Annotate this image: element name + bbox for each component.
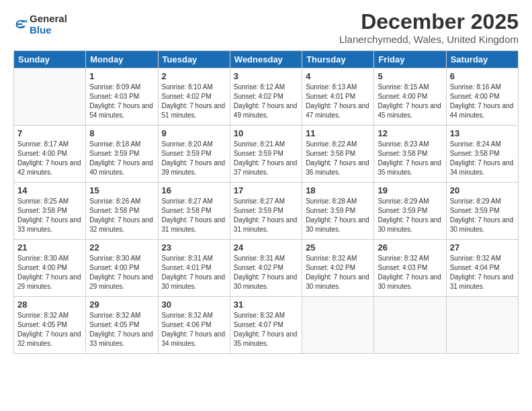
day-number: 8 <box>89 128 154 138</box>
day-info: Sunrise: 8:29 AMSunset: 3:59 PMDaylight:… <box>378 197 442 234</box>
day-info: Sunrise: 8:20 AMSunset: 3:59 PMDaylight:… <box>162 140 226 177</box>
calendar-day-cell: 16Sunrise: 8:27 AMSunset: 3:58 PMDayligh… <box>158 183 230 240</box>
calendar-day-cell: 2Sunrise: 8:10 AMSunset: 4:02 PMDaylight… <box>158 68 230 126</box>
day-info: Sunrise: 8:32 AMSunset: 4:02 PMDaylight:… <box>306 254 370 291</box>
calendar-day-cell: 3Sunrise: 8:12 AMSunset: 4:02 PMDaylight… <box>230 68 302 126</box>
weekday-header: Sunday <box>14 51 86 68</box>
day-info: Sunrise: 8:29 AMSunset: 3:59 PMDaylight:… <box>450 197 515 234</box>
day-info: Sunrise: 8:18 AMSunset: 3:59 PMDaylight:… <box>89 140 154 177</box>
calendar-body: 1Sunrise: 8:09 AMSunset: 4:03 PMDaylight… <box>14 68 519 354</box>
day-number: 24 <box>234 242 298 253</box>
day-info: Sunrise: 8:31 AMSunset: 4:02 PMDaylight:… <box>234 254 298 291</box>
day-number: 19 <box>378 185 442 195</box>
day-info: Sunrise: 8:32 AMSunset: 4:07 PMDaylight:… <box>234 311 298 349</box>
calendar-day-cell: 4Sunrise: 8:13 AMSunset: 4:01 PMDaylight… <box>302 68 374 126</box>
weekday-header: Saturday <box>446 51 518 68</box>
day-number: 23 <box>162 242 226 253</box>
day-number: 22 <box>89 242 154 253</box>
calendar-week-row: 1Sunrise: 8:09 AMSunset: 4:03 PMDaylight… <box>14 68 519 126</box>
day-info: Sunrise: 8:32 AMSunset: 4:05 PMDaylight:… <box>89 311 154 349</box>
calendar-day-cell: 24Sunrise: 8:31 AMSunset: 4:02 PMDayligh… <box>230 240 302 297</box>
day-info: Sunrise: 8:15 AMSunset: 4:00 PMDaylight:… <box>378 83 442 120</box>
calendar-day-cell <box>446 297 518 354</box>
calendar-day-cell: 29Sunrise: 8:32 AMSunset: 4:05 PMDayligh… <box>86 297 158 354</box>
day-info: Sunrise: 8:32 AMSunset: 4:06 PMDaylight:… <box>162 311 226 349</box>
day-info: Sunrise: 8:27 AMSunset: 3:58 PMDaylight:… <box>162 197 226 234</box>
day-info: Sunrise: 8:26 AMSunset: 3:58 PMDaylight:… <box>89 197 154 234</box>
location: Llanerchymedd, Wales, United Kingdom <box>339 34 519 45</box>
calendar-day-cell: 18Sunrise: 8:28 AMSunset: 3:59 PMDayligh… <box>302 183 374 240</box>
day-number: 7 <box>17 128 82 138</box>
calendar-day-cell <box>374 297 446 354</box>
day-info: Sunrise: 8:16 AMSunset: 4:00 PMDaylight:… <box>450 83 515 120</box>
day-info: Sunrise: 8:28 AMSunset: 3:59 PMDaylight:… <box>306 197 370 234</box>
day-number: 9 <box>162 128 226 138</box>
calendar-day-cell: 21Sunrise: 8:30 AMSunset: 4:00 PMDayligh… <box>14 240 86 297</box>
header: General Blue December 2025 Llanerchymedd… <box>13 10 519 45</box>
day-info: Sunrise: 8:30 AMSunset: 4:00 PMDaylight:… <box>17 254 82 291</box>
day-info: Sunrise: 8:30 AMSunset: 4:00 PMDaylight:… <box>89 254 154 291</box>
day-info: Sunrise: 8:25 AMSunset: 3:58 PMDaylight:… <box>17 197 82 234</box>
month-title: December 2025 <box>339 10 519 34</box>
calendar-day-cell: 22Sunrise: 8:30 AMSunset: 4:00 PMDayligh… <box>86 240 158 297</box>
calendar-day-cell: 13Sunrise: 8:24 AMSunset: 3:58 PMDayligh… <box>446 126 518 183</box>
calendar-day-cell: 26Sunrise: 8:32 AMSunset: 4:03 PMDayligh… <box>374 240 446 297</box>
calendar-header: SundayMondayTuesdayWednesdayThursdayFrid… <box>14 51 519 68</box>
day-number: 16 <box>162 185 226 195</box>
day-number: 27 <box>450 242 515 253</box>
calendar-day-cell: 11Sunrise: 8:22 AMSunset: 3:58 PMDayligh… <box>302 126 374 183</box>
day-number: 1 <box>89 71 154 81</box>
title-block: December 2025 Llanerchymedd, Wales, Unit… <box>339 10 519 45</box>
day-info: Sunrise: 8:31 AMSunset: 4:01 PMDaylight:… <box>162 254 226 291</box>
day-number: 3 <box>234 71 298 81</box>
day-number: 20 <box>450 185 515 195</box>
day-info: Sunrise: 8:24 AMSunset: 3:58 PMDaylight:… <box>450 140 515 177</box>
day-info: Sunrise: 8:32 AMSunset: 4:04 PMDaylight:… <box>450 254 515 291</box>
calendar-table: SundayMondayTuesdayWednesdayThursdayFrid… <box>13 50 519 354</box>
calendar-day-cell <box>14 68 86 126</box>
calendar-day-cell: 28Sunrise: 8:32 AMSunset: 4:05 PMDayligh… <box>14 297 86 354</box>
logo-icon <box>13 17 28 32</box>
day-number: 26 <box>378 242 442 253</box>
day-number: 29 <box>89 300 154 310</box>
day-number: 13 <box>450 128 515 138</box>
calendar-day-cell: 19Sunrise: 8:29 AMSunset: 3:59 PMDayligh… <box>374 183 446 240</box>
day-number: 14 <box>17 185 82 195</box>
day-number: 18 <box>306 185 370 195</box>
weekday-header: Tuesday <box>158 51 230 68</box>
day-info: Sunrise: 8:21 AMSunset: 3:59 PMDaylight:… <box>234 140 298 177</box>
calendar-day-cell: 1Sunrise: 8:09 AMSunset: 4:03 PMDaylight… <box>86 68 158 126</box>
calendar-day-cell: 10Sunrise: 8:21 AMSunset: 3:59 PMDayligh… <box>230 126 302 183</box>
day-number: 28 <box>17 300 82 310</box>
calendar-day-cell: 14Sunrise: 8:25 AMSunset: 3:58 PMDayligh… <box>14 183 86 240</box>
calendar-day-cell: 27Sunrise: 8:32 AMSunset: 4:04 PMDayligh… <box>446 240 518 297</box>
day-number: 10 <box>234 128 298 138</box>
day-number: 15 <box>89 185 154 195</box>
day-info: Sunrise: 8:32 AMSunset: 4:03 PMDaylight:… <box>378 254 442 291</box>
calendar-day-cell: 5Sunrise: 8:15 AMSunset: 4:00 PMDaylight… <box>374 68 446 126</box>
weekday-header: Monday <box>86 51 158 68</box>
day-info: Sunrise: 8:32 AMSunset: 4:05 PMDaylight:… <box>17 311 82 349</box>
day-info: Sunrise: 8:12 AMSunset: 4:02 PMDaylight:… <box>234 83 298 120</box>
weekday-header: Wednesday <box>230 51 302 68</box>
calendar-week-row: 21Sunrise: 8:30 AMSunset: 4:00 PMDayligh… <box>14 240 519 297</box>
calendar-day-cell: 25Sunrise: 8:32 AMSunset: 4:02 PMDayligh… <box>302 240 374 297</box>
day-number: 4 <box>306 71 370 81</box>
calendar-day-cell: 15Sunrise: 8:26 AMSunset: 3:58 PMDayligh… <box>86 183 158 240</box>
calendar-week-row: 7Sunrise: 8:17 AMSunset: 4:00 PMDaylight… <box>14 126 519 183</box>
header-row: SundayMondayTuesdayWednesdayThursdayFrid… <box>14 51 519 68</box>
day-number: 6 <box>450 71 515 81</box>
calendar-day-cell: 9Sunrise: 8:20 AMSunset: 3:59 PMDaylight… <box>158 126 230 183</box>
logo-text: General Blue <box>30 13 67 36</box>
logo: General Blue <box>13 13 67 36</box>
day-info: Sunrise: 8:17 AMSunset: 4:00 PMDaylight:… <box>17 140 82 177</box>
calendar-day-cell: 7Sunrise: 8:17 AMSunset: 4:00 PMDaylight… <box>14 126 86 183</box>
logo-general-text: General <box>30 13 67 25</box>
logo-blue-text: Blue <box>30 25 67 36</box>
day-number: 25 <box>306 242 370 253</box>
day-info: Sunrise: 8:22 AMSunset: 3:58 PMDaylight:… <box>306 140 370 177</box>
calendar-week-row: 28Sunrise: 8:32 AMSunset: 4:05 PMDayligh… <box>14 297 519 354</box>
calendar-day-cell: 30Sunrise: 8:32 AMSunset: 4:06 PMDayligh… <box>158 297 230 354</box>
day-number: 11 <box>306 128 370 138</box>
weekday-header: Friday <box>374 51 446 68</box>
